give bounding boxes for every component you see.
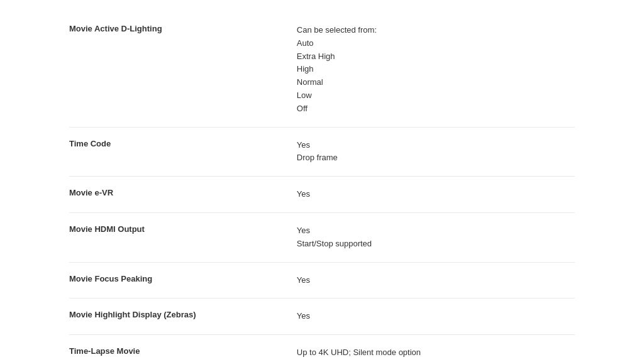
label-time-lapse-movie: Time-Lapse Movie bbox=[69, 346, 297, 356]
value-movie-highlight-display: Yes bbox=[297, 310, 575, 323]
value-line-movie-hdmi-output-1: Start/Stop supported bbox=[297, 238, 575, 251]
row-time-code: Time CodeYesDrop frame bbox=[69, 128, 575, 177]
row-movie-e-vr: Movie e-VRYes bbox=[69, 177, 575, 213]
value-line-movie-active-d-lighting-2: Extra High bbox=[297, 50, 575, 63]
value-line-movie-active-d-lighting-3: High bbox=[297, 63, 575, 76]
value-line-movie-active-d-lighting-5: Low bbox=[297, 89, 575, 102]
label-movie-highlight-display: Movie Highlight Display (Zebras) bbox=[69, 310, 297, 319]
value-line-movie-e-vr-0: Yes bbox=[297, 188, 575, 201]
row-time-lapse-movie: Time-Lapse MovieUp to 4K UHD; Silent mod… bbox=[69, 335, 575, 362]
label-movie-focus-peaking: Movie Focus Peaking bbox=[69, 274, 297, 283]
value-line-time-code-0: Yes bbox=[297, 139, 575, 152]
value-line-movie-active-d-lighting-1: Auto bbox=[297, 37, 575, 50]
value-movie-focus-peaking: Yes bbox=[297, 274, 575, 287]
row-movie-hdmi-output: Movie HDMI OutputYesStart/Stop supported bbox=[69, 213, 575, 263]
value-movie-active-d-lighting: Can be selected from:AutoExtra HighHighN… bbox=[297, 24, 575, 116]
value-line-movie-active-d-lighting-4: Normal bbox=[297, 76, 575, 89]
label-movie-e-vr: Movie e-VR bbox=[69, 188, 297, 197]
value-line-movie-hdmi-output-0: Yes bbox=[297, 224, 575, 238]
value-movie-hdmi-output: YesStart/Stop supported bbox=[297, 224, 575, 251]
label-time-code: Time Code bbox=[69, 139, 297, 148]
row-movie-active-d-lighting: Movie Active D-LightingCan be selected f… bbox=[69, 13, 575, 128]
value-line-movie-active-d-lighting-0: Can be selected from: bbox=[297, 24, 575, 37]
value-line-movie-focus-peaking-0: Yes bbox=[297, 274, 575, 287]
spec-table: Movie Active D-LightingCan be selected f… bbox=[0, 0, 644, 362]
value-line-movie-active-d-lighting-6: Off bbox=[297, 102, 575, 116]
value-time-lapse-movie: Up to 4K UHD; Silent mode option bbox=[297, 346, 575, 359]
row-movie-highlight-display: Movie Highlight Display (Zebras)Yes bbox=[69, 299, 575, 335]
value-line-time-code-1: Drop frame bbox=[297, 151, 575, 165]
label-movie-active-d-lighting: Movie Active D-Lighting bbox=[69, 24, 297, 33]
label-movie-hdmi-output: Movie HDMI Output bbox=[69, 224, 297, 234]
value-line-movie-highlight-display-0: Yes bbox=[297, 310, 575, 323]
row-movie-focus-peaking: Movie Focus PeakingYes bbox=[69, 263, 575, 299]
value-time-code: YesDrop frame bbox=[297, 139, 575, 165]
value-movie-e-vr: Yes bbox=[297, 188, 575, 201]
value-line-time-lapse-movie-0: Up to 4K UHD; Silent mode option bbox=[297, 346, 575, 359]
